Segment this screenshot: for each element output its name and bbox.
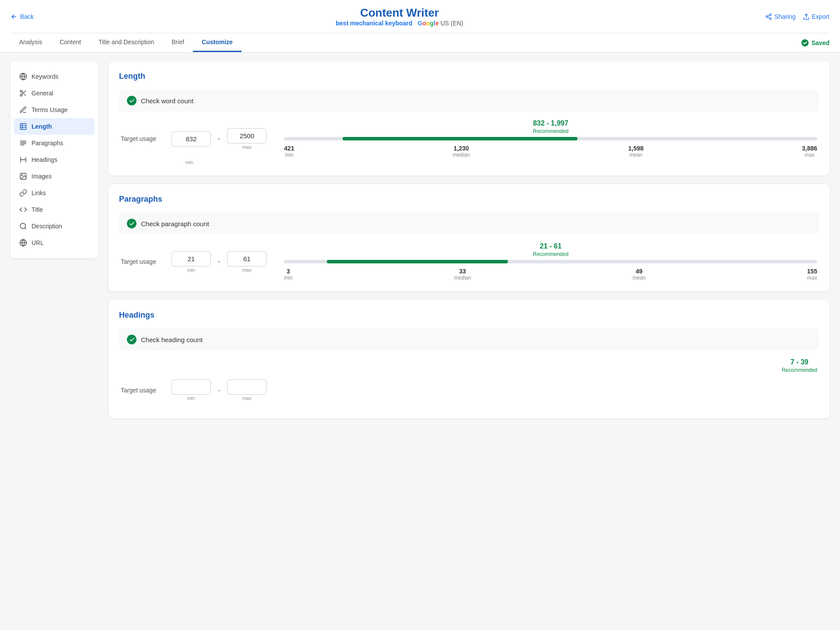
sidebar-label-url: URL bbox=[32, 239, 44, 246]
header-center: Content Writer best mechanical keyboard … bbox=[336, 6, 463, 27]
length-min-label-row: min bbox=[119, 160, 819, 165]
length-min-label: min bbox=[170, 160, 209, 165]
sidebar-label-description: Description bbox=[32, 223, 62, 230]
sidebar-label-links: Links bbox=[32, 189, 46, 196]
sidebar-item-headings[interactable]: Headings bbox=[10, 151, 98, 168]
length-min-input[interactable] bbox=[172, 131, 211, 147]
tab-content[interactable]: Content bbox=[51, 33, 90, 52]
paragraphs-check-label: Check paragraph count bbox=[141, 220, 209, 228]
sharing-button[interactable]: Sharing bbox=[765, 13, 795, 20]
sidebar-label-images: Images bbox=[32, 173, 52, 180]
paragraphs-dash: - bbox=[218, 258, 220, 266]
headings-check-icon bbox=[127, 335, 136, 344]
paragraphs-target-label: Target usage bbox=[121, 258, 164, 265]
paragraphs-min-input[interactable] bbox=[172, 251, 211, 266]
saved-label: Saved bbox=[812, 39, 830, 46]
code-icon bbox=[19, 206, 27, 214]
svg-point-10 bbox=[20, 94, 22, 96]
stat-item-min: 421 min bbox=[284, 145, 294, 158]
header-top: Back Content Writer best mechanical keyb… bbox=[10, 6, 830, 31]
length-dash: - bbox=[218, 135, 220, 143]
paragraphs-bar bbox=[284, 260, 817, 263]
tab-customize[interactable]: Customize bbox=[193, 33, 242, 52]
para-stat-mean-value: 49 bbox=[633, 268, 646, 275]
tab-title-desc[interactable]: Title and Description bbox=[90, 33, 163, 52]
sidebar-item-length[interactable]: Length bbox=[14, 118, 94, 135]
engine-label: US (EN) bbox=[441, 20, 463, 27]
paragraphs-section: Paragraphs Check paragraph count Target … bbox=[108, 184, 830, 291]
stat-min-name: min bbox=[284, 152, 294, 158]
svg-line-3 bbox=[768, 17, 770, 18]
headings-max-input[interactable] bbox=[227, 379, 266, 395]
back-label: Back bbox=[20, 13, 34, 20]
para-stat-max: 155 max bbox=[807, 268, 817, 281]
export-label: Export bbox=[812, 13, 830, 20]
sidebar-label-general: General bbox=[32, 90, 53, 97]
tab-brief[interactable]: Brief bbox=[163, 33, 193, 52]
headings-recommended-area: 7 - 39 Recommended bbox=[119, 358, 819, 376]
para-stat-min-value: 3 bbox=[284, 268, 292, 275]
stat-max-name: max bbox=[802, 152, 817, 158]
sidebar-label-keywords: Keywords bbox=[32, 73, 58, 80]
image-icon bbox=[19, 172, 27, 180]
paragraphs-bar-fill bbox=[327, 260, 508, 263]
length-section: Length Check word count Target usage - m… bbox=[108, 61, 830, 175]
sidebar-item-links[interactable]: Links bbox=[10, 185, 98, 201]
para-stat-min: 3 min bbox=[284, 268, 292, 281]
stat-mean-name: mean bbox=[628, 152, 644, 158]
para-stat-median: 33 median bbox=[454, 268, 471, 281]
export-button[interactable]: Export bbox=[803, 13, 830, 20]
sidebar-label-title: Title bbox=[32, 206, 43, 213]
svg-point-1 bbox=[766, 16, 768, 18]
svg-line-13 bbox=[22, 92, 23, 93]
sidebar-item-url[interactable]: URL bbox=[10, 234, 98, 251]
svg-point-2 bbox=[770, 18, 771, 19]
svg-point-9 bbox=[20, 90, 22, 92]
stat-item-mean: 1,598 mean bbox=[628, 145, 644, 158]
paragraphs-recommended-label: Recommended bbox=[284, 251, 817, 257]
headings-section: Headings Check heading count 7 - 39 Reco… bbox=[108, 300, 830, 418]
length-max-label: max bbox=[242, 144, 252, 150]
sidebar-item-keywords[interactable]: Keywords bbox=[10, 68, 98, 85]
svg-rect-14 bbox=[20, 123, 26, 130]
sidebar-item-general[interactable]: General bbox=[10, 85, 98, 102]
sidebar-item-description[interactable]: Description bbox=[10, 218, 98, 234]
saved-status: Saved bbox=[801, 34, 830, 52]
stat-mean-value: 1,598 bbox=[628, 145, 644, 152]
paragraphs-min-label: min bbox=[187, 267, 195, 273]
headings-target-row: Target usage min - max bbox=[119, 379, 819, 401]
para-stat-min-name: min bbox=[284, 275, 292, 281]
length-title: Length bbox=[119, 72, 819, 81]
main-layout: Keywords General Terms Usage Length Para… bbox=[0, 52, 840, 427]
headings-recommended-range: 7 - 39 bbox=[782, 358, 817, 366]
paragraphs-max-label: max bbox=[242, 267, 252, 273]
length-check-row: Check word count bbox=[119, 90, 819, 112]
search-keyword: best mechanical keyboard bbox=[336, 20, 413, 27]
sharing-label: Sharing bbox=[774, 13, 795, 20]
search-engine: Google US (EN) bbox=[417, 20, 463, 27]
sidebar-item-title[interactable]: Title bbox=[10, 201, 98, 218]
sidebar-item-images[interactable]: Images bbox=[10, 168, 98, 185]
headings-target-label: Target usage bbox=[121, 387, 164, 394]
length-max-input[interactable] bbox=[227, 128, 266, 144]
headings-min-input[interactable] bbox=[172, 379, 211, 395]
scissors-icon bbox=[19, 89, 27, 97]
length-stats: 832 - 1,997 Recommended 421 min 1,230 me… bbox=[284, 119, 817, 158]
sidebar-item-terms-usage[interactable]: Terms Usage bbox=[10, 102, 98, 118]
length-check-icon bbox=[127, 96, 136, 105]
stat-median-value: 1,230 bbox=[453, 145, 470, 152]
tab-analysis[interactable]: Analysis bbox=[10, 33, 51, 52]
svg-point-23 bbox=[21, 175, 22, 175]
stat-median-name: median bbox=[453, 152, 470, 158]
paragraphs-max-input[interactable] bbox=[227, 251, 266, 266]
paragraphs-title: Paragraphs bbox=[119, 195, 819, 204]
back-button[interactable]: Back bbox=[10, 13, 34, 20]
svg-line-12 bbox=[24, 94, 26, 96]
para-stat-median-value: 33 bbox=[454, 268, 471, 275]
headings-title: Headings bbox=[119, 311, 819, 320]
sidebar-item-paragraphs[interactable]: Paragraphs bbox=[10, 135, 98, 151]
list-icon bbox=[19, 122, 27, 130]
stat-item-median: 1,230 median bbox=[453, 145, 470, 158]
para-stat-max-value: 155 bbox=[807, 268, 817, 275]
sidebar-label-headings: Headings bbox=[32, 156, 57, 163]
